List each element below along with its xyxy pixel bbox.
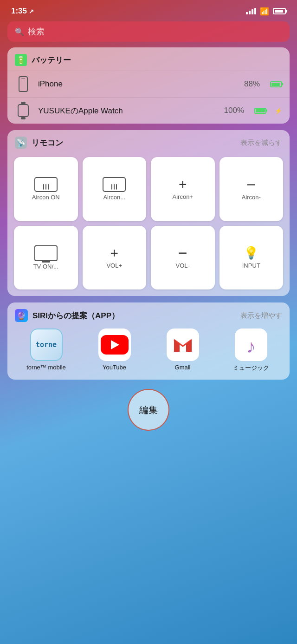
remote-buttons-grid: Aircon ON Aircon... + Aircon+ − Aircon- … [7,153,290,296]
gmail-app-label: Gmail [175,364,191,371]
iphone-device-icon [19,76,28,92]
edit-button-label: 編集 [139,404,158,416]
input-label: INPUT [242,262,260,269]
wifi-icon: 📶 [260,7,269,16]
status-time: 1:35 ↗ [11,7,34,16]
show-more-button[interactable]: 表示を増やす [240,311,282,320]
iphone-battery-fill [271,83,280,86]
search-icon: 🔍 [15,27,24,36]
vol-plus-button[interactable]: + VOL+ [83,226,147,290]
youtube-icon-inner [98,329,131,361]
app-item-gmail[interactable]: Gmail [150,329,215,372]
aircon-plus-button[interactable]: + Aircon+ [151,157,215,221]
battery-widget-icon: 🔋 [15,54,27,66]
iphone-battery-pct: 88% [244,79,260,89]
youtube-app-icon [98,329,131,361]
watch-battery-row: YUSUKEのApple Watch 100% ⚡ [7,97,290,124]
battery-icon [273,8,286,14]
input-button[interactable]: 💡 INPUT [220,226,284,290]
music-app-icon: ♪ [235,329,267,361]
remote-header-left: 📡 リモコン [15,137,63,149]
music-app-label: ミュージック [233,364,269,372]
vol-minus-button[interactable]: − VOL- [151,226,215,290]
torne-app-icon: torne [30,329,63,361]
search-bar[interactable]: 🔍 検索 [7,21,290,42]
battery-widget-title: バッテリー [32,55,71,66]
youtube-play-bg [101,335,129,355]
gmail-svg [170,332,195,357]
aircon-on-label: Aircon ON [32,194,60,201]
location-arrow: ↗ [29,8,34,15]
youtube-app-label: YouTube [103,364,126,371]
battery-icon-symbol: 🔋 [16,56,26,65]
watch-device-name: YUSUKEのApple Watch [38,105,218,116]
battery-widget-header: 🔋 バッテリー [7,47,290,71]
battery-widget: 🔋 バッテリー iPhone 88% YUSUKEのApple Watch 10… [7,47,290,124]
aircon-on-button[interactable]: Aircon ON [14,157,78,221]
watch-device-icon [18,104,29,117]
watch-icon-wrap [15,102,32,119]
siri-header-left: 🔮 SIRIからの提案（APP） [15,309,119,322]
music-svg: ♪ [235,329,267,361]
aircon-minus-label: Aircon- [242,194,261,201]
app-item-youtube[interactable]: YouTube [82,329,147,372]
iphone-mini-battery [270,81,282,87]
lightbulb-icon: 💡 [244,246,258,260]
iphone-device-name: iPhone [38,79,238,89]
aircon-plus-icon: + [179,177,187,191]
aircon-off-button[interactable]: Aircon... [83,157,147,221]
music-icon-inner: ♪ [235,329,267,361]
vol-plus-icon: + [110,246,118,260]
watch-battery-fill [256,109,265,112]
siri-suggestions-widget: 🔮 SIRIからの提案（APP） 表示を増やす torne torne™ mob… [7,302,290,380]
siri-app-grid: torne torne™ mobile YouTube [7,327,290,380]
watch-battery-pct: 100% [224,106,244,115]
battery-fill [275,10,283,13]
aircon-minus-button[interactable]: − Aircon- [220,157,284,221]
tv-on-button[interactable]: TV ON/... [14,226,78,290]
vol-minus-label: VOL- [176,262,190,269]
youtube-play-triangle [111,340,119,349]
edit-button-wrap: 編集 [0,389,297,431]
iphone-icon-wrap [15,76,32,92]
watch-mini-battery [254,108,266,114]
torne-app-label: torne™ mobile [26,364,66,371]
remote-widget-icon: 📡 [15,137,27,149]
app-item-torne[interactable]: torne torne™ mobile [14,329,78,372]
tv-on-label: TV ON/... [33,263,58,270]
remote-header: 📡 リモコン 表示を減らす [7,130,290,153]
signal-bars-icon [246,8,256,14]
edit-button[interactable]: 編集 [128,389,169,431]
status-bar: 1:35 ↗ 📶 [0,0,297,20]
iphone-battery-row: iPhone 88% [7,71,290,97]
vol-plus-label: VOL+ [106,262,122,269]
gmail-app-icon [167,329,199,361]
svg-text:♪: ♪ [246,336,256,356]
remote-widget: 📡 リモコン 表示を減らす Aircon ON Aircon... + [7,130,290,296]
remote-widget-title: リモコン [32,138,63,148]
siri-icon: 🔮 [15,309,28,322]
status-right: 📶 [246,7,286,16]
vol-minus-icon: − [178,246,187,260]
aircon-plus-label: Aircon+ [173,193,193,200]
show-less-button[interactable]: 表示を減らす [240,138,282,147]
aircon-off-label: Aircon... [103,194,125,201]
time-display: 1:35 [11,7,27,16]
siri-widget-title: SIRIからの提案（APP） [32,310,119,321]
torne-icon-inner: torne [30,329,63,361]
search-placeholder: 検索 [28,26,45,37]
gmail-icon-inner [167,329,199,361]
aircon-minus-icon: − [246,177,256,192]
app-item-music[interactable]: ♪ ミュージック [219,329,283,372]
siri-header: 🔮 SIRIからの提案（APP） 表示を増やす [7,302,290,327]
charging-bolt-icon: ⚡ [275,107,282,114]
